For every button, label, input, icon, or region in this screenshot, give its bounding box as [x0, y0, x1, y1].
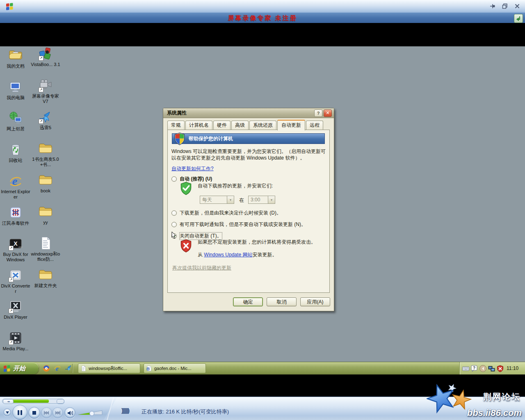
shortcut-arrow-icon: ↗	[9, 277, 14, 282]
stop-button[interactable]	[28, 407, 40, 419]
desktop-icon[interactable]: ↗ 我的电脑	[1, 80, 30, 112]
dialog-tab[interactable]: 系统还原	[249, 121, 276, 130]
dialog-tab[interactable]: 计算机名	[185, 121, 212, 130]
dialog-tab-label: 远程	[310, 122, 320, 128]
dialog-tab-label: 系统还原	[253, 122, 273, 128]
desktop-icon[interactable]: ↗ 屏幕录像专家V7	[31, 78, 60, 110]
dialog-tab[interactable]: 硬件	[213, 121, 231, 130]
dialog-tab[interactable]: 远程	[306, 121, 323, 130]
frequency-select[interactable]: 每天 ▾	[200, 196, 234, 204]
taskbar-task-button[interactable]: windowsxp和offic...	[78, 363, 140, 373]
desktop-icon[interactable]: ↗ VistaBoo... 3.1	[31, 47, 60, 78]
desktop-icon[interactable]: ↗ DivX Converter	[1, 268, 30, 300]
at-label: 在	[239, 197, 244, 204]
svg-text:?: ?	[473, 366, 475, 370]
desktop-icon[interactable]: ↗ 1书生商友5.0+书...	[31, 142, 60, 173]
radio-option-download[interactable]: 下载更新，但是由我来决定什么时候安装 (D)。	[171, 210, 281, 217]
quick-launch-icon[interactable]	[43, 365, 50, 372]
cancel-button[interactable]: 取消	[267, 297, 297, 306]
radio-button[interactable]	[171, 210, 177, 216]
dialog-tab[interactable]: 自动更新	[277, 120, 305, 130]
rewind-icon[interactable]: ◂◂	[3, 399, 14, 404]
desktop-icon-label: book	[41, 188, 50, 194]
desktop-icon-label: 回收站	[9, 158, 23, 163]
desktop-icon-image	[39, 268, 52, 282]
volume-slider[interactable]	[78, 409, 103, 418]
desktop-icon-label: windowsxp和office防...	[31, 251, 60, 262]
radio-button[interactable]	[171, 222, 177, 227]
ok-button[interactable]: 确定	[233, 297, 263, 306]
quick-launch-icon[interactable]	[65, 365, 72, 372]
desktop-icon-column-2: ↗ VistaBoo... 3.1 ↗ 屏幕录像专家V7 ↗ 迅雷5 ↗ 1书生…	[31, 47, 60, 299]
dialog-titlebar[interactable]: 系统属性 ? ✕	[163, 108, 334, 118]
chevron-down-icon[interactable]: ▾	[268, 196, 275, 203]
return-arrow-icon[interactable]	[514, 14, 523, 23]
desktop-icon[interactable]: ↗ DivX Player	[1, 299, 30, 331]
seek-thumb[interactable]	[57, 399, 64, 404]
radio-option-notify[interactable]: 有可用下载时通知我，但是不要自动下载或安装更新 (N)。	[171, 221, 306, 228]
tray-icon[interactable]	[462, 365, 469, 372]
apply-button[interactable]: 应用(A)	[300, 297, 330, 306]
previous-button[interactable]	[41, 407, 52, 418]
windows-update-link[interactable]: Windows Update 网站	[204, 252, 252, 258]
hidden-updates-link[interactable]: 再次提供我以前隐藏的更新	[172, 265, 231, 272]
desktop-icon[interactable]: ↗ 回收站	[1, 143, 30, 174]
radio-label: 下载更新，但是由我来决定什么时候安装 (D)。	[180, 210, 281, 217]
desktop-icon[interactable]: ↗ book	[31, 173, 60, 205]
desktop-icon-image	[9, 205, 23, 219]
install-label: 安装更新。	[252, 252, 277, 258]
desktop-icon[interactable]: ↗ Media Play...	[1, 331, 30, 363]
restore-icon[interactable]	[502, 3, 508, 9]
desktop-icon[interactable]: ↗ 江民杀毒软件	[1, 205, 30, 237]
tray-icon[interactable]	[488, 365, 495, 372]
desktop-icon-label: 我的文档	[7, 64, 25, 69]
svg-text:W: W	[147, 368, 149, 370]
shortcut-arrow-icon: ↗	[9, 340, 14, 345]
seek-bar[interactable]: ◂◂	[2, 399, 64, 404]
mute-button[interactable]	[64, 407, 75, 418]
dialog-tab-label: 计算机名	[189, 122, 209, 128]
taskbar-task-button[interactable]: W gaofen.doc - Mic...	[144, 363, 206, 373]
quick-launch-icon[interactable]: e	[54, 365, 61, 372]
start-button[interactable]: 开始	[0, 363, 39, 374]
radio-button[interactable]	[171, 176, 177, 182]
svg-text:X: X	[14, 240, 18, 247]
desktop-icon[interactable]: ↗ yy	[31, 205, 60, 236]
how-updates-work-link[interactable]: 自动更新如何工作?	[171, 165, 214, 172]
shortcut-arrow-icon: ↗	[9, 246, 14, 251]
close-icon[interactable]	[514, 3, 520, 9]
windows-update-line: 从 Windows Update 网站安装更新。	[198, 251, 277, 258]
time-select[interactable]: 3:00 ▾	[248, 196, 275, 204]
chevron-down-icon[interactable]: ▾	[227, 196, 234, 203]
desktop-icon[interactable]: ↗ 新建文件夹	[31, 268, 60, 299]
desktop-icon[interactable]: ↗ 迅雷5	[31, 110, 60, 142]
help-icon[interactable]: ?	[314, 110, 322, 117]
next-button[interactable]	[52, 407, 63, 418]
radio-option-turn-off[interactable]: 关闭自动更新 (T)。	[171, 233, 222, 240]
security-center-shield-icon	[174, 132, 185, 145]
pause-button[interactable]	[12, 405, 27, 420]
video-area: ↗ 我的文档 ↗ 我的电脑 ↗ 网上邻居 ↗ 回收站 e↗ Internet E…	[0, 23, 525, 397]
shortcut-arrow-icon: ↗	[39, 87, 43, 92]
desktop-icon-label: yy	[43, 220, 48, 225]
automatic-updates-page: 帮助保护您的计算机 Windows 可以定期检查重要更新，并为您安装它们。（启用…	[167, 130, 330, 293]
tray-icon[interactable]	[479, 365, 486, 372]
desktop-icon[interactable]: ↗ 网上邻居	[1, 111, 30, 143]
protect-banner: 帮助保护您的计算机	[172, 133, 325, 144]
pin-icon[interactable]	[489, 3, 495, 9]
dialog-tabs: 常规计算机名硬件高级系统还原自动更新远程	[167, 122, 330, 130]
desktop-icon[interactable]: ↗ 我的文档	[1, 48, 30, 80]
dialog-tab[interactable]: 高级	[231, 121, 249, 130]
desktop-icon[interactable]: X.com↗ Buy DivX for Windows	[1, 237, 30, 268]
task-icon	[80, 365, 87, 372]
quick-access-menu-button[interactable]	[3, 409, 11, 416]
desktop-icon[interactable]: e↗ Internet Explorer	[1, 174, 30, 205]
tray-icon[interactable]: ?	[471, 365, 478, 372]
desktop-icon-image	[9, 143, 23, 157]
desktop-icon-label: Media Play...	[3, 346, 29, 352]
dialog-tab[interactable]: 常规	[167, 121, 185, 130]
desktop-icon[interactable]: ↗ windowsxp和office防...	[31, 236, 60, 268]
close-icon[interactable]: ✕	[324, 110, 332, 117]
player-titlebar[interactable]	[0, 0, 525, 13]
tray-icon[interactable]	[497, 365, 504, 372]
